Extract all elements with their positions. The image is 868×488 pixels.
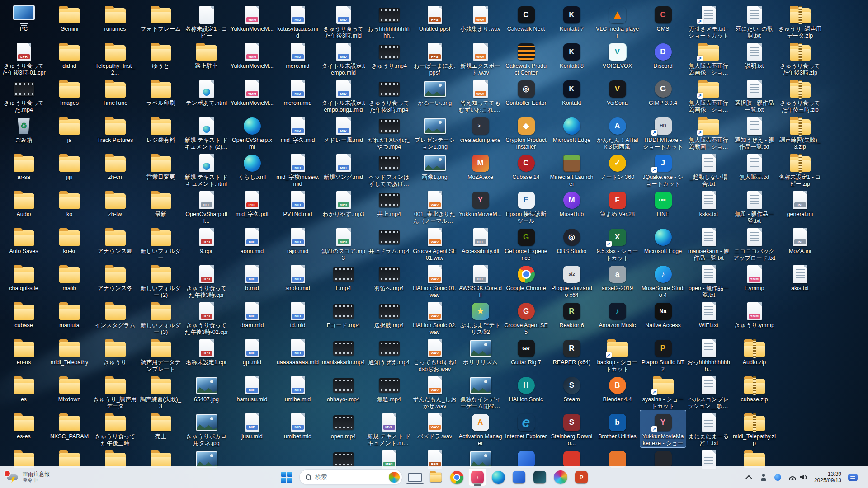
- desktop-icon[interactable]: まにまにまーるど！.txt: [686, 410, 731, 447]
- desktop-icon[interactable]: MIDmid_字久.mid: [275, 114, 321, 151]
- desktop-icon[interactable]: CPRきゅうり食ってた午後3時-01.cpr: [1, 40, 47, 77]
- desktop-icon[interactable]: open.mp4: [321, 410, 366, 447]
- desktop-icon[interactable]: きゅうりボカロ用タネ.jpg: [184, 410, 229, 447]
- desktop-icon[interactable]: WAVHALion Sonic 01.wav: [412, 262, 458, 299]
- desktop-icon[interactable]: manisekarin - 親作品一覧.txt: [686, 225, 731, 262]
- desktop-icon[interactable]: CPR9.cpr: [184, 225, 229, 262]
- desktop-icon[interactable]: zh-cn: [92, 151, 138, 188]
- desktop-icon[interactable]: 新しいフォルダー: [138, 225, 184, 262]
- desktop-icon[interactable]: WAVGroove Agent SE 01.wav: [412, 225, 458, 262]
- desktop-icon[interactable]: Aかんたん！AITalk 3 関西風: [594, 114, 640, 151]
- desktop-icon[interactable]: runtimes: [92, 3, 138, 40]
- desktop-icon[interactable]: ohhayo-.mp4: [321, 373, 366, 410]
- desktop-icon[interactable]: YMMYukkuriMovieM...: [229, 40, 275, 77]
- desktop-icon[interactable]: Minecraft Launcher: [549, 151, 594, 188]
- desktop-icon[interactable]: 無題.mp4: [366, 373, 412, 410]
- desktop-icon[interactable]: MIDmeroin.mid: [275, 77, 321, 114]
- desktop-icon[interactable]: malib: [47, 262, 92, 299]
- taskbar-music-button[interactable]: ♪: [468, 468, 486, 486]
- desktop-icon[interactable]: ja: [47, 114, 92, 151]
- tray-overflow-button[interactable]: [743, 469, 755, 485]
- desktop-icon[interactable]: VVOICEVOX: [594, 40, 640, 77]
- desktop-icon[interactable]: PPSUntitled.ppsf: [412, 3, 458, 40]
- desktop-icon[interactable]: KKontakt: [549, 77, 594, 114]
- desktop-icon[interactable]: F.mp4: [321, 262, 366, 299]
- desktop-icon[interactable]: くらし.xml: [229, 151, 275, 188]
- desktop-icon[interactable]: MID新規ソング.mid: [321, 151, 366, 188]
- desktop-icon[interactable]: Track Pictures: [92, 114, 138, 151]
- desktop-icon[interactable]: Cakewalk Product Center: [503, 40, 549, 77]
- desktop-icon[interactable]: 最新: [138, 188, 184, 225]
- desktop-icon[interactable]: ♪Amazon Music: [594, 299, 640, 336]
- desktop-icon[interactable]: MIDmero.mid: [275, 40, 321, 77]
- desktop-icon[interactable]: 選択肢.mp4: [366, 299, 412, 336]
- desktop-icon[interactable]: ksks.txt: [686, 188, 731, 225]
- desktop-icon[interactable]: きゅうり食ってた午後3時.mp4: [366, 77, 412, 114]
- taskbar-blue-app-button[interactable]: [510, 468, 528, 486]
- desktop[interactable]: PCCPRきゅうり食ってた午後3時-01.cprきゅうり食ってた.mp4♻ごみ箱…: [0, 0, 868, 488]
- desktop-icon[interactable]: Microsoft Edge: [549, 114, 594, 151]
- desktop-icon[interactable]: Audio.zip: [731, 336, 777, 373]
- desktop-icon[interactable]: きゅうり食ってた午後3時.zip: [777, 40, 823, 77]
- desktop-icon[interactable]: YMMYukkuriMovieM...: [229, 3, 275, 40]
- desktop-icon[interactable]: WIFI.txt: [686, 299, 731, 336]
- desktop-icon[interactable]: きゅうり_調声用データ: [92, 373, 138, 410]
- desktop-icon[interactable]: MIDsirofo.mid: [275, 262, 321, 299]
- desktop-icon[interactable]: ゆうと: [138, 40, 184, 77]
- desktop-icon[interactable]: jijii: [47, 151, 92, 188]
- desktop-icon[interactable]: ↗backup - ショートカット: [594, 336, 640, 373]
- desktop-icon[interactable]: 無題 - 親作品一覧.txt: [731, 188, 777, 225]
- taskbar-explorer-button[interactable]: [427, 468, 445, 486]
- desktop-icon[interactable]: きゅうり食ってた午後三時.zip: [777, 77, 823, 114]
- desktop-icon[interactable]: ar-sa: [1, 151, 47, 188]
- desktop-icon[interactable]: Audio: [1, 188, 47, 225]
- desktop-icon[interactable]: 売上: [138, 410, 184, 447]
- desktop-icon[interactable]: きゅうり食ってた午後三時: [92, 410, 138, 447]
- taskbar-colorful-app-button[interactable]: [552, 468, 570, 486]
- desktop-icon[interactable]: アナウンス夏: [92, 225, 138, 262]
- desktop-icon[interactable]: CCMS: [640, 3, 686, 40]
- desktop-icon[interactable]: SSteam: [549, 373, 594, 410]
- desktop-icon[interactable]: GGroove Agent SE 5: [503, 299, 549, 336]
- desktop-icon[interactable]: MIDrajio.mid: [275, 225, 321, 262]
- desktop-icon[interactable]: NKSC_PARAM: [47, 410, 92, 447]
- desktop-icon[interactable]: ♪MuseScore Studio 4: [640, 262, 686, 299]
- clock[interactable]: 13:39 2025/09/13: [811, 471, 844, 483]
- desktop-icon[interactable]: MP3無題のスコア.mp3: [321, 225, 366, 262]
- desktop-icon[interactable]: CPRきゅうり食ってた午後3時-02.cpr: [184, 299, 229, 336]
- desktop-icon[interactable]: アナウンス冬: [92, 262, 138, 299]
- desktop-icon[interactable]: es-es: [1, 410, 47, 447]
- desktop-icon[interactable]: MIDタイトル未設定.tempo.orig1.mid: [321, 77, 366, 114]
- desktop-icon[interactable]: MIDhamusu.mid: [229, 373, 275, 410]
- desktop-icon[interactable]: CPRきゅうり食ってた午後3時.cpr: [184, 262, 229, 299]
- desktop-icon[interactable]: 死にたい_の歌詞.txt: [731, 3, 777, 40]
- desktop-icon[interactable]: MIDgpt.mid: [229, 336, 275, 373]
- desktop-icon[interactable]: Mixdown: [47, 373, 92, 410]
- desktop-icon[interactable]: ko-kr: [47, 225, 92, 262]
- desktop-icon[interactable]: cubase: [1, 299, 47, 336]
- desktop-icon[interactable]: WAV答え知っててもむずいわこれ.wav: [458, 77, 503, 114]
- desktop-icon[interactable]: MIDタイトル未設定.tempo.mid: [321, 40, 366, 77]
- network-volume-button[interactable]: [786, 469, 810, 485]
- desktop-icon[interactable]: MIDuaaaaaaaaa.mid: [275, 336, 321, 373]
- desktop-icon[interactable]: 通知うぜえ.mp4: [366, 336, 412, 373]
- desktop-icon[interactable]: YMMF.ymmp: [731, 262, 777, 299]
- desktop-icon[interactable]: ✓ノートン 360: [594, 151, 640, 188]
- desktop-icon[interactable]: 選択肢 - 親作品一覧.txt: [731, 77, 777, 114]
- desktop-icon[interactable]: MIDtd.mid: [275, 299, 321, 336]
- desktop-icon[interactable]: MIDjusu.mid: [229, 410, 275, 447]
- desktop-icon[interactable]: manisekarin.mp4: [321, 336, 366, 373]
- desktop-icon[interactable]: MP3わかりやす.mp3: [321, 188, 366, 225]
- desktop-icon[interactable]: 調声練習(失敗)_3.zip: [777, 114, 823, 151]
- desktop-icon[interactable]: ♻ごみ箱: [1, 114, 47, 151]
- desktop-icon[interactable]: MIDメドレー風.mid: [321, 114, 366, 151]
- desktop-icon[interactable]: MIDumibet.mid: [275, 410, 321, 447]
- desktop-icon[interactable]: en-us: [1, 336, 47, 373]
- desktop-icon[interactable]: KKontakt 8: [549, 40, 594, 77]
- desktop-icon[interactable]: 新しいフォルダー (2): [138, 262, 184, 299]
- desktop-icon[interactable]: フォトフレーム: [138, 3, 184, 40]
- desktop-icon[interactable]: SSteinberg Downlo...: [549, 410, 594, 447]
- desktop-icon[interactable]: INIgeneral.ini: [777, 188, 823, 225]
- desktop-icon[interactable]: 通知うぜえ - 親作品一覧.txt: [731, 114, 777, 151]
- desktop-icon[interactable]: ko: [47, 188, 92, 225]
